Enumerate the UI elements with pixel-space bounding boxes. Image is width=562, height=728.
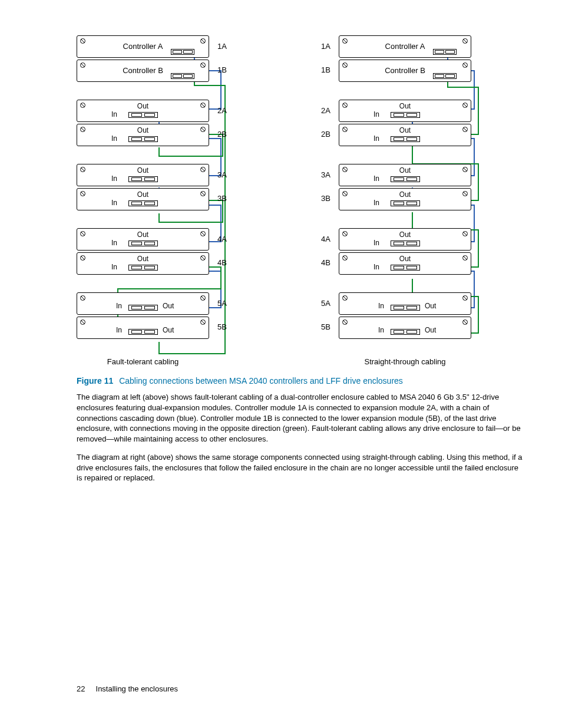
screw-icon xyxy=(342,295,348,301)
fault-tolerant-stack: Controller A 1A Controller B 1B Out xyxy=(77,35,239,367)
cables-straight-through xyxy=(297,35,486,401)
in-label: In xyxy=(111,174,117,183)
out-label: Out xyxy=(137,254,148,263)
port-block xyxy=(391,136,420,142)
row-id: 4B xyxy=(217,258,230,268)
screw-icon xyxy=(200,103,206,108)
expansion-4b-right: Out In xyxy=(339,252,471,275)
expansion-4a-right: Out In xyxy=(339,228,471,251)
screw-icon xyxy=(342,231,348,236)
row-id: 2B xyxy=(318,129,330,140)
cables-fault-tolerant xyxy=(77,35,247,401)
port-block xyxy=(433,49,457,55)
expansion-2a-right: Out In xyxy=(339,100,471,122)
in-label: In xyxy=(111,262,117,272)
screw-icon xyxy=(342,319,348,325)
controller-label: Controller A xyxy=(385,41,425,52)
out-label: Out xyxy=(399,166,411,175)
controller-1b-right: Controller B xyxy=(339,60,471,82)
screw-icon xyxy=(80,167,85,172)
paragraph-2: The diagram at right (above) shows the s… xyxy=(77,452,524,483)
expansion-2b-left: Out In xyxy=(77,124,209,146)
enclosure-4-right: 4A Out In 4B Out In xyxy=(309,228,471,275)
figure-text: Cabling connections between MSA 2040 con… xyxy=(119,376,403,386)
row-id: 2B xyxy=(217,129,230,140)
controller-label: Controller B xyxy=(123,65,163,76)
paragraph-1: The diagram at left (above) shows fault-… xyxy=(77,392,524,444)
screw-icon xyxy=(80,103,85,108)
row-id: 2A xyxy=(318,106,330,116)
screw-icon xyxy=(80,231,85,236)
screw-icon xyxy=(200,127,206,132)
screw-icon xyxy=(80,295,85,301)
diagram-area: Controller A 1A Controller B 1B Out xyxy=(77,35,527,367)
screw-icon xyxy=(342,191,348,196)
out-label: Out xyxy=(399,190,411,199)
screw-icon xyxy=(200,38,206,44)
screw-icon xyxy=(80,191,85,196)
screw-icon xyxy=(342,127,348,132)
screw-icon xyxy=(200,255,206,261)
row-id: 3A xyxy=(217,170,230,180)
screw-icon xyxy=(80,127,85,132)
screw-icon xyxy=(462,62,468,68)
figure-caption: Figure 11 Cabling connections between MS… xyxy=(77,375,527,387)
row-id: 1A xyxy=(217,41,230,52)
screw-icon xyxy=(80,62,85,68)
in-label: In xyxy=(116,301,122,311)
expansion-5b-right: In Out xyxy=(339,317,471,339)
in-label: In xyxy=(378,301,384,311)
port-block xyxy=(128,305,158,311)
enclosure-1-right: 1A Controller A 1B Controller B xyxy=(309,35,471,82)
controller-1a-right: Controller A xyxy=(339,35,471,58)
in-label: In xyxy=(373,238,379,248)
in-label: In xyxy=(373,110,379,119)
in-label: In xyxy=(111,134,117,143)
port-block xyxy=(391,241,420,246)
controller-label: Controller A xyxy=(123,41,163,52)
screw-icon xyxy=(342,103,348,108)
screw-icon xyxy=(462,167,468,172)
enclosure-2-right: 2A Out In 2B Out In xyxy=(309,100,471,146)
out-label: Out xyxy=(137,230,148,239)
screw-icon xyxy=(80,255,85,261)
controller-1a-left: Controller A xyxy=(77,35,209,58)
screw-icon xyxy=(462,127,468,132)
port-block xyxy=(171,49,194,55)
row-id: 1B xyxy=(318,65,330,75)
controller-label: Controller B xyxy=(385,65,425,76)
left-subcaption: Fault-tolerant cabling xyxy=(77,357,209,367)
out-label: Out xyxy=(399,254,411,263)
port-block xyxy=(128,112,158,118)
port-block xyxy=(391,112,420,118)
row-id: 3B xyxy=(217,193,230,204)
out-label: Out xyxy=(399,126,411,135)
screw-icon xyxy=(462,319,468,325)
screw-icon xyxy=(80,319,85,325)
out-label: Out xyxy=(137,190,148,199)
in-label: In xyxy=(378,325,384,335)
port-block xyxy=(128,241,158,246)
screw-icon xyxy=(200,295,206,301)
screw-icon xyxy=(462,255,468,261)
in-label: In xyxy=(373,262,379,272)
out-label: Out xyxy=(137,166,148,175)
row-id: 5A xyxy=(217,298,230,309)
screw-icon xyxy=(342,62,348,68)
enclosure-2-left: Out In 2A Out In 2B xyxy=(77,100,239,146)
port-block xyxy=(391,265,420,271)
row-id: 5A xyxy=(318,298,330,309)
in-label: In xyxy=(111,198,117,207)
port-block xyxy=(391,200,420,206)
expansion-2b-right: Out In xyxy=(339,124,471,146)
row-id: 3B xyxy=(318,193,330,204)
expansion-4a-left: Out In xyxy=(77,228,209,251)
row-id: 2A xyxy=(217,106,230,116)
port-block xyxy=(391,305,420,311)
screw-icon xyxy=(200,319,206,325)
port-block xyxy=(128,200,158,206)
enclosure-5-left: In Out 5A In Out 5B xyxy=(77,292,239,339)
out-label: Out xyxy=(163,301,174,311)
expansion-3b-left: Out In xyxy=(77,188,209,210)
expansion-5a-left: In Out xyxy=(77,292,209,315)
